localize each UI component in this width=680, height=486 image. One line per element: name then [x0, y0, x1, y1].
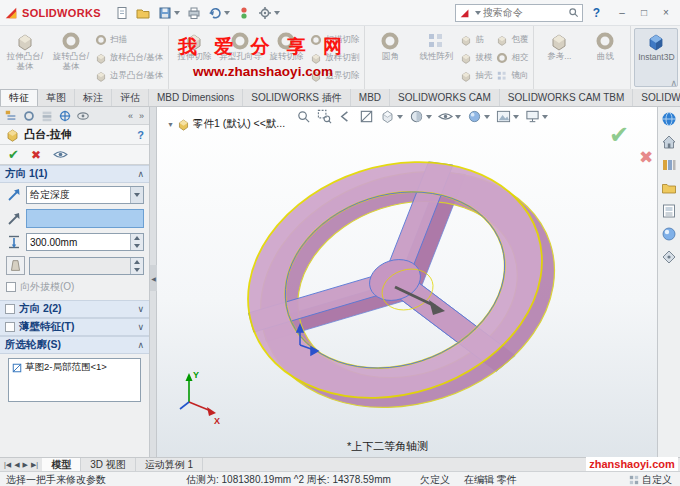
confirm-cancel-button[interactable]: ✖	[639, 147, 653, 168]
close-button[interactable]: ×	[656, 4, 676, 22]
pane-next-button[interactable]: »	[138, 111, 145, 121]
minimize-button[interactable]: –	[612, 4, 632, 22]
display-manager-tab-icon[interactable]	[76, 109, 90, 123]
lofted-cut-button[interactable]: 放样切割	[310, 50, 361, 65]
new-file-button[interactable]	[113, 3, 131, 23]
mirror-button[interactable]: 镜向	[496, 68, 530, 83]
tab-solidworks-cam[interactable]: SOLIDWORKS CAM	[390, 89, 500, 106]
save-button[interactable]	[157, 3, 181, 23]
tab-mbd-dimensions[interactable]: MBD Dimensions	[149, 89, 243, 106]
zoom-area-button[interactable]	[316, 108, 333, 125]
solidworks-resources-icon[interactable]	[661, 111, 677, 127]
edit-appearance-button[interactable]	[466, 108, 491, 125]
tab-sketch[interactable]: 草图	[38, 89, 75, 106]
tab-solidworks-inspection[interactable]: SOLIDWORKS I...	[633, 89, 680, 106]
tab-scroll-first-button[interactable]: |◀	[3, 461, 12, 469]
help-button[interactable]: ?	[587, 6, 606, 20]
pm-help-icon[interactable]: ?	[137, 129, 144, 141]
preview-eye-icon[interactable]	[53, 149, 68, 160]
swept-cut-button[interactable]: 扫描切除	[310, 32, 361, 47]
contour-list-item[interactable]: 草图2-局部范围<1>	[12, 361, 137, 374]
appearances-scenes-icon[interactable]	[661, 226, 677, 242]
wrap-button[interactable]: 包覆	[496, 32, 530, 47]
cancel-button[interactable]: ✖	[31, 148, 41, 162]
tab-markup[interactable]: 标注	[75, 89, 112, 106]
view-orientation-button[interactable]	[379, 108, 404, 125]
dimxpert-manager-tab-icon[interactable]	[58, 109, 72, 123]
direction-selection-field[interactable]	[26, 209, 144, 228]
tree-root-label[interactable]: 零件1 (默认) <<默...	[193, 117, 285, 131]
maximize-button[interactable]: □	[634, 4, 654, 22]
status-custom[interactable]: 自定义	[629, 473, 672, 486]
direction2-group-header[interactable]: 方向 2(2) ∨	[0, 300, 149, 318]
end-condition-select[interactable]: 给定深度	[26, 186, 144, 204]
intersect-button[interactable]: 相交	[496, 50, 530, 65]
linear-pattern-button[interactable]: 线性阵列	[414, 28, 458, 87]
rebuild-button[interactable]	[235, 3, 253, 23]
depth-input[interactable]: 300.00mm	[26, 233, 144, 251]
selected-contours-group-header[interactable]: 所选轮廓(S) ∧	[0, 336, 149, 354]
revolve-boss-button[interactable]: 旋转凸台/基体	[49, 28, 93, 87]
design-library-icon[interactable]	[661, 157, 677, 173]
undo-button[interactable]	[207, 3, 231, 23]
draft-on-off-button[interactable]	[6, 256, 25, 275]
direction1-group-header[interactable]: 方向 1(1) ∧	[0, 165, 149, 183]
model-canvas[interactable]: Y X	[157, 107, 657, 457]
previous-view-button[interactable]	[337, 108, 354, 125]
configuration-manager-tab-icon[interactable]	[40, 109, 54, 123]
swept-boss-button[interactable]: 扫描	[95, 32, 165, 47]
thin-feature-group-header[interactable]: 薄壁特征(T) ∨	[0, 318, 149, 336]
tab-mbd[interactable]: MBD	[351, 89, 390, 106]
tab-3d-views[interactable]: 3D 视图	[81, 458, 136, 471]
end-condition-caret[interactable]	[130, 187, 143, 203]
tab-scroll-next-button[interactable]: ▶	[22, 461, 29, 469]
print-button[interactable]	[185, 3, 203, 23]
tab-solidworks-cam-tbm[interactable]: SOLIDWORKS CAM TBM	[500, 89, 634, 106]
tab-scroll-last-button[interactable]: ▶|	[30, 461, 39, 469]
spin-up-button[interactable]	[131, 234, 143, 242]
command-search[interactable]	[455, 4, 583, 22]
depth-spinner[interactable]	[130, 234, 143, 250]
lofted-boss-button[interactable]: 放样凸台/基体	[95, 50, 165, 65]
feature-tree-flyout[interactable]: ▼ 零件1 (默认) <<默...	[167, 117, 285, 131]
ribbon-collapse-button[interactable]: ∧	[670, 78, 677, 88]
tab-features[interactable]: 特征	[0, 89, 38, 106]
options-button[interactable]	[257, 3, 281, 23]
draft-button[interactable]: 拔模	[460, 50, 494, 65]
fillet-button[interactable]: 圆角	[368, 28, 412, 87]
tree-expand-icon[interactable]: ▼	[167, 121, 174, 128]
graphics-area[interactable]: Y X ▼	[157, 107, 657, 457]
custom-properties-icon[interactable]	[661, 249, 677, 265]
home-icon[interactable]	[661, 134, 677, 150]
hide-show-items-button[interactable]	[437, 108, 462, 125]
view-palette-icon[interactable]	[661, 203, 677, 219]
property-manager-tab-icon[interactable]	[22, 109, 36, 123]
extruded-cut-button[interactable]: 拉伸切除	[172, 28, 216, 87]
tab-scroll-prev-button[interactable]: ◀	[13, 461, 20, 469]
selected-contours-list[interactable]: 草图2-局部范围<1>	[8, 358, 141, 402]
tab-model[interactable]: 模型	[42, 458, 81, 471]
panel-splitter[interactable]: ◀	[150, 107, 157, 457]
hole-wizard-button[interactable]: 异型孔向导	[218, 28, 262, 87]
view-settings-button[interactable]	[524, 108, 549, 125]
rib-button[interactable]: 筋	[460, 32, 494, 47]
open-file-button[interactable]	[135, 3, 153, 23]
section-view-button[interactable]	[358, 108, 375, 125]
draft-outward-checkbox[interactable]	[6, 282, 16, 292]
direction2-checkbox[interactable]	[5, 304, 15, 314]
tab-motion-study-1[interactable]: 运动算例 1	[136, 458, 203, 471]
ok-button[interactable]: ✔	[8, 147, 19, 162]
shell-button[interactable]: 抽壳	[460, 68, 494, 83]
tab-solidworks-addins[interactable]: SOLIDWORKS 插件	[243, 89, 351, 106]
search-input[interactable]	[483, 7, 566, 18]
display-style-button[interactable]	[408, 108, 433, 125]
boundary-cut-button[interactable]: 边界切除	[310, 68, 361, 83]
boundary-boss-button[interactable]: 边界凸台/基体	[95, 68, 165, 83]
zoom-fit-button[interactable]	[295, 108, 312, 125]
feature-manager-tab-icon[interactable]	[4, 109, 18, 123]
reference-geometry-button[interactable]: 参考...	[537, 28, 581, 87]
extrude-boss-button[interactable]: 拉伸凸台/基体	[3, 28, 47, 87]
apply-scene-button[interactable]	[495, 108, 520, 125]
pane-prev-button[interactable]: «	[127, 111, 134, 121]
file-explorer-icon[interactable]	[661, 180, 677, 196]
